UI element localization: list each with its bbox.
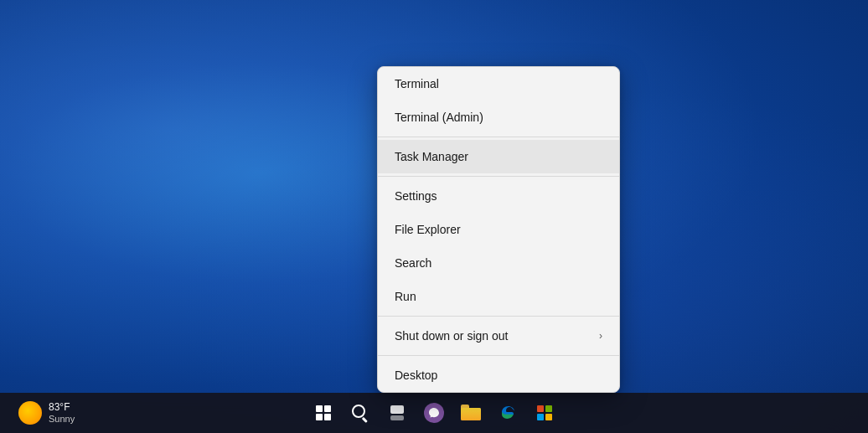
menu-item-shutdown-label: Shut down or sign out — [395, 329, 599, 343]
task-view-icon — [390, 405, 404, 420]
menu-item-run[interactable]: Run — [378, 280, 619, 313]
menu-item-desktop[interactable]: Desktop — [378, 358, 619, 392]
weather-sun-icon — [18, 401, 42, 425]
weather-temperature: 83°F — [49, 401, 75, 413]
folder-icon — [461, 405, 481, 421]
menu-item-file-explorer[interactable]: File Explorer — [378, 213, 619, 246]
menu-divider-2 — [378, 176, 619, 177]
menu-item-terminal-admin[interactable]: Terminal (Admin) — [378, 101, 619, 134]
weather-condition: Sunny — [49, 414, 75, 425]
menu-divider-4 — [378, 355, 619, 356]
edge-button[interactable] — [491, 396, 524, 430]
menu-divider-3 — [378, 316, 619, 317]
submenu-arrow-icon: › — [599, 330, 602, 342]
start-button[interactable] — [307, 396, 340, 430]
menu-divider-1 — [378, 137, 619, 137]
menu-item-search[interactable]: Search — [378, 246, 619, 280]
menu-item-terminal-admin-label: Terminal (Admin) — [395, 111, 602, 124]
menu-item-file-explorer-label: File Explorer — [395, 223, 602, 236]
files-button[interactable] — [454, 396, 488, 430]
menu-item-terminal-label: Terminal — [395, 77, 602, 90]
edge-icon — [499, 404, 517, 422]
weather-text: 83°F Sunny — [49, 401, 75, 425]
svg-rect-2 — [537, 414, 544, 420]
menu-item-settings-label: Settings — [395, 189, 602, 203]
menu-item-terminal[interactable]: Terminal — [378, 67, 619, 101]
menu-item-run-label: Run — [395, 290, 602, 303]
taskbar-search-button[interactable] — [344, 396, 377, 430]
store-icon — [535, 404, 554, 422]
menu-item-desktop-label: Desktop — [395, 369, 602, 382]
taskbar-center — [307, 396, 561, 430]
task-view-button[interactable] — [380, 396, 414, 430]
menu-item-settings[interactable]: Settings — [378, 179, 619, 213]
menu-item-search-label: Search — [395, 256, 602, 270]
viber-icon — [424, 403, 444, 423]
windows-logo-icon — [316, 405, 331, 420]
taskbar-left: 83°F Sunny — [10, 398, 83, 428]
menu-item-task-manager[interactable]: Task Manager — [378, 140, 619, 173]
menu-item-shutdown[interactable]: Shut down or sign out › — [378, 319, 619, 353]
taskbar: 83°F Sunny — [0, 393, 868, 433]
search-icon — [352, 405, 369, 421]
store-button[interactable] — [528, 396, 561, 430]
desktop: Terminal Terminal (Admin) Task Manager S… — [0, 0, 868, 433]
svg-rect-0 — [537, 405, 544, 412]
svg-rect-3 — [545, 414, 552, 420]
viber-button[interactable] — [417, 396, 451, 430]
menu-item-task-manager-label: Task Manager — [395, 150, 602, 163]
svg-rect-1 — [545, 405, 552, 412]
context-menu: Terminal Terminal (Admin) Task Manager S… — [377, 66, 620, 393]
weather-widget[interactable]: 83°F Sunny — [10, 398, 83, 428]
